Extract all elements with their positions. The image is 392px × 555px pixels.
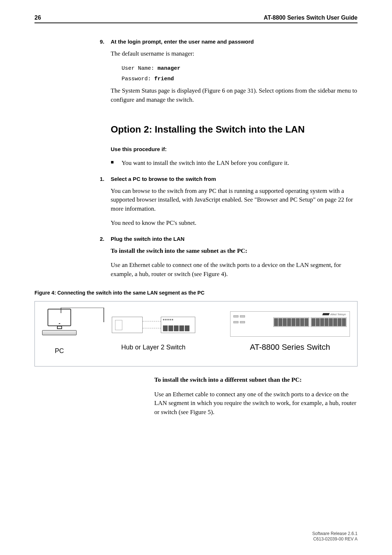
step-2-title: Plug the switch into the LAN bbox=[111, 236, 184, 242]
hub-icon bbox=[112, 312, 195, 338]
step-9-number: 9. bbox=[100, 38, 105, 46]
figure-4-caption: Figure 4: Connecting the switch into the… bbox=[34, 290, 358, 296]
step-1-p1: You can browse to the switch from any PC… bbox=[111, 187, 358, 214]
step-1-number: 1. bbox=[100, 175, 105, 183]
step-1-p2: You need to know the PC's subnet. bbox=[111, 219, 358, 228]
username-value: manager bbox=[158, 65, 180, 72]
step-2-sub1: To install the switch into the same subn… bbox=[111, 247, 358, 256]
document-title: AT-8800 Series Switch User Guide bbox=[264, 15, 358, 21]
password-label: Password: bbox=[122, 76, 151, 82]
switch-icon: Allied Telesyn bbox=[230, 311, 350, 337]
username-label: User Name: bbox=[122, 65, 154, 72]
step-9-after: The System Status page is displayed (Fig… bbox=[111, 86, 358, 104]
page-footer: Software Release 2.6.1 C613-02039-00 REV… bbox=[312, 531, 358, 542]
step-2-sub2: To install the switch into a different s… bbox=[154, 376, 358, 385]
allied-telesyn-logo: Allied Telesyn bbox=[323, 313, 346, 316]
step-1-title: Select a PC to browse to the switch from bbox=[111, 176, 216, 182]
bullet-text: You want to install the switch into the … bbox=[122, 159, 289, 168]
switch-label: AT-8800 Series Switch bbox=[250, 342, 330, 353]
bullet-icon: ■ bbox=[111, 159, 122, 168]
switch-diagram-item: Allied Telesyn bbox=[230, 311, 350, 353]
step-9-title: At the login prompt, enter the user name… bbox=[111, 39, 254, 45]
hub-diagram-item: Hub or Layer 2 Switch bbox=[112, 312, 195, 352]
login-code-block: User Name: manager Password: friend bbox=[122, 64, 358, 84]
hub-label: Hub or Layer 2 Switch bbox=[121, 343, 185, 352]
pc-diagram-item: PC bbox=[42, 309, 77, 355]
pc-label: PC bbox=[55, 347, 64, 355]
use-procedure-title: Use this procedure if: bbox=[111, 145, 358, 153]
step-2-p2: Use an Ethernet cable to connect any one… bbox=[154, 390, 358, 417]
cable-segment bbox=[103, 308, 104, 322]
page-header: 26 AT-8800 Series Switch User Guide bbox=[34, 15, 358, 23]
password-value: friend bbox=[154, 76, 174, 82]
cable-segment bbox=[61, 308, 103, 308]
step-2-p1: Use an Ethernet cable to connect one of … bbox=[111, 261, 358, 279]
figure-4-diagram: PC Hub or Layer 2 Switch bbox=[34, 301, 358, 366]
step-2-number: 2. bbox=[100, 235, 105, 243]
footer-partnum: C613-02039-00 REV A bbox=[312, 536, 358, 542]
footer-release: Software Release 2.6.1 bbox=[312, 531, 358, 537]
section-title: Option 2: Installing the Switch into the… bbox=[111, 123, 358, 137]
pc-icon bbox=[42, 309, 77, 341]
page-number: 26 bbox=[34, 15, 41, 21]
step-9-intro: The default username is manager: bbox=[111, 49, 358, 58]
